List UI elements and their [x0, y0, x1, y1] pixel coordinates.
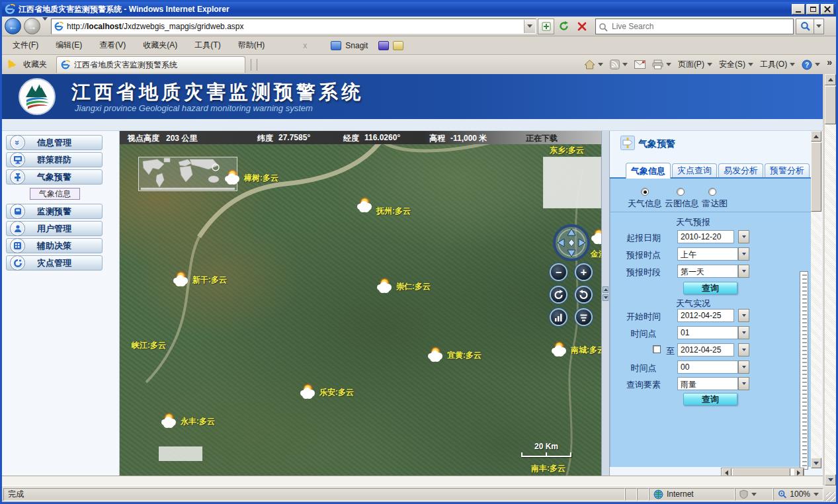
tab-hazard-query[interactable]: 灾点查询: [672, 163, 717, 177]
forecast-date-combo[interactable]: 2010-12-20: [677, 230, 734, 243]
resize-grip[interactable]: [826, 492, 835, 501]
command-overflow-chevron[interactable]: »: [827, 57, 832, 67]
weather-marker[interactable]: 永丰:多云: [161, 414, 215, 427]
weather-marker[interactable]: 宜黄:多云: [427, 348, 482, 361]
radio-cloud-image[interactable]: [677, 188, 685, 196]
forecast-query-button[interactable]: 查询: [683, 282, 737, 294]
menu-favorites[interactable]: 收藏夹(A): [136, 37, 184, 54]
weather-marker[interactable]: 乐安:多云: [300, 385, 354, 398]
sidebar-item-weather-warning[interactable]: 气象预警: [6, 169, 103, 185]
sidebar-item-hazard-point-management[interactable]: 灾点管理: [6, 255, 103, 271]
splitter-down-button[interactable]: [603, 294, 608, 301]
end-date-combo[interactable]: 2012-04-25: [677, 343, 734, 357]
minimize-button[interactable]: [792, 4, 805, 15]
home-button[interactable]: [584, 60, 603, 69]
tab-warning-analysis[interactable]: 预警分析: [765, 163, 810, 177]
time-point-dropdown[interactable]: [738, 326, 749, 339]
radio-radar-image[interactable]: [708, 188, 716, 196]
map-panel-splitter[interactable]: [601, 131, 610, 476]
zoom-pane[interactable]: 100%: [773, 488, 823, 501]
feeds-button[interactable]: [610, 60, 628, 69]
rotate-right-button[interactable]: [575, 286, 593, 304]
help-button[interactable]: ?: [802, 60, 820, 70]
security-menu-button[interactable]: 安全(S): [719, 59, 753, 70]
weather-marker[interactable]: 金溪:多云: [591, 230, 601, 260]
weather-marker[interactable]: 东乡:多云: [550, 145, 584, 156]
time-point2-combo[interactable]: 00: [677, 360, 738, 374]
print-button[interactable]: [652, 60, 671, 69]
page-tab[interactable]: 江西省地质灾害监测预警系统: [56, 56, 245, 73]
menu-view[interactable]: 查看(V): [93, 37, 132, 54]
start-time-dropdown[interactable]: [738, 309, 749, 322]
time-point2-dropdown[interactable]: [738, 360, 749, 374]
tools-menu-button[interactable]: 工具(O): [760, 59, 795, 70]
address-dropdown[interactable]: [524, 20, 535, 33]
start-time-combo[interactable]: 2012-04-25: [677, 309, 734, 322]
snagit-editor-icon[interactable]: [393, 41, 403, 50]
until-checkbox[interactable]: [653, 345, 661, 353]
world-overview-map[interactable]: [138, 157, 237, 191]
compatibility-button[interactable]: [538, 19, 554, 34]
weather-marker[interactable]: 崇仁:多云: [376, 279, 431, 292]
forecast-time-combo[interactable]: 上午: [677, 247, 738, 261]
sidebar-subitem-weather-info[interactable]: 气象信息: [30, 188, 80, 200]
query-element-dropdown[interactable]: [738, 377, 749, 390]
weather-marker[interactable]: 南丰:多云: [531, 463, 566, 474]
page-menu-button[interactable]: 页面(P): [678, 59, 712, 70]
snagit-capture-icon[interactable]: [378, 41, 389, 50]
weather-marker[interactable]: 峡江:多云: [132, 340, 166, 351]
tab-susceptibility-analysis[interactable]: 易发分析: [718, 163, 763, 177]
menu-help[interactable]: 帮助(H): [231, 37, 272, 54]
radio-label-weather[interactable]: 天气信息: [628, 198, 662, 210]
forecast-date-dropdown[interactable]: [738, 230, 749, 243]
sidebar-item-decision-support[interactable]: 辅助决策: [6, 238, 103, 253]
back-button[interactable]: ←: [5, 18, 21, 34]
tab-weather-info[interactable]: 气象信息: [626, 163, 671, 179]
sidebar-item-group-prevention[interactable]: 群策群防: [6, 152, 103, 167]
refresh-button[interactable]: [556, 19, 572, 34]
snagit-icon[interactable]: [331, 41, 341, 50]
weather-marker[interactable]: 樟树:多云: [224, 171, 278, 184]
rotate-left-button[interactable]: [550, 286, 567, 304]
end-date-dropdown[interactable]: [738, 343, 749, 357]
read-mail-button[interactable]: [634, 60, 646, 69]
favorites-button[interactable]: 收藏夹: [23, 59, 47, 70]
sidebar-item-user-management[interactable]: 用户管理: [6, 221, 103, 236]
forecast-time-dropdown[interactable]: [738, 247, 749, 261]
pan-compass-control[interactable]: [552, 224, 591, 265]
menu-tools[interactable]: 工具(T): [188, 37, 227, 54]
forecast-period-combo[interactable]: 第一天: [677, 265, 738, 278]
favorites-star-icon[interactable]: [7, 59, 17, 67]
splitter-up-button[interactable]: [603, 286, 608, 293]
map-viewport[interactable]: 东乡:多云 樟树:多云 抚州:多云 新干:多云 崇仁:多云 峡江:多云 宜黄:多…: [120, 144, 601, 478]
weather-marker[interactable]: 南城:多云: [551, 343, 601, 356]
time-point-combo[interactable]: 01: [677, 326, 738, 339]
search-input[interactable]: [610, 21, 782, 32]
history-dropdown[interactable]: [42, 21, 48, 32]
maximize-button[interactable]: [806, 4, 819, 15]
zoom-out-button[interactable]: −: [550, 263, 567, 281]
snagit-label[interactable]: Snagit: [345, 41, 368, 50]
page-vscrollbar[interactable]: [825, 74, 836, 485]
close-button[interactable]: [821, 4, 834, 15]
radio-label-radar[interactable]: 雷达图: [702, 198, 728, 210]
stop-button[interactable]: [573, 19, 590, 34]
weather-marker[interactable]: 抚州:多云: [356, 198, 411, 212]
query-element-combo[interactable]: 雨量: [677, 377, 738, 390]
actual-query-button[interactable]: 查询: [683, 393, 737, 405]
sidebar-item-monitor-warning[interactable]: 监测预警: [6, 204, 103, 219]
live-search-box[interactable]: [595, 19, 794, 34]
tilt-down-button[interactable]: [575, 308, 593, 326]
forward-button[interactable]: →: [24, 18, 40, 34]
search-options-dropdown[interactable]: [814, 19, 824, 34]
weather-marker[interactable]: 新干:多云: [173, 273, 227, 286]
panel-vscrollbar[interactable]: [811, 131, 821, 468]
search-go-button[interactable]: [796, 19, 814, 34]
radio-label-cloud[interactable]: 云图信息: [665, 198, 699, 210]
zoom-in-button[interactable]: +: [575, 263, 593, 281]
menu-edit[interactable]: 编辑(E): [49, 37, 89, 54]
protected-mode-pane[interactable]: [735, 488, 773, 501]
radio-weather-info[interactable]: [641, 188, 649, 196]
address-field[interactable]: http://localhost/Jxdzwebgis_mapgis/gridw…: [51, 19, 536, 34]
tilt-up-button[interactable]: [550, 308, 567, 326]
